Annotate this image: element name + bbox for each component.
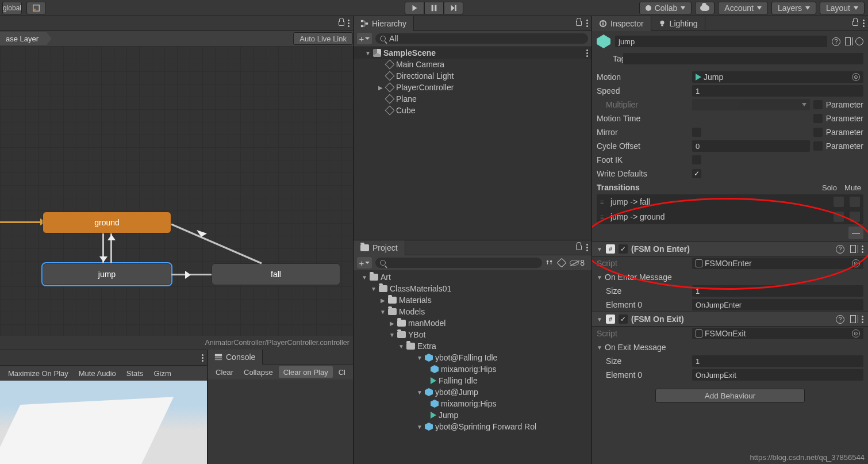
lock-icon[interactable] bbox=[576, 21, 582, 26]
speed-input[interactable]: 1 bbox=[692, 85, 863, 97]
object-picker-icon[interactable]: ⊙ bbox=[852, 329, 860, 338]
mirror-checkbox[interactable] bbox=[692, 128, 701, 137]
tab-menu-icon[interactable] bbox=[586, 244, 588, 251]
component-menu-icon[interactable] bbox=[862, 246, 863, 253]
tab-menu-icon[interactable] bbox=[202, 354, 203, 362]
fsm-on-exit-header[interactable]: ▼#(FSM On Exit) ? bbox=[592, 312, 868, 327]
create-dropdown[interactable]: + bbox=[357, 257, 372, 269]
help-icon[interactable]: ? bbox=[836, 315, 844, 324]
mute-checkbox[interactable] bbox=[850, 197, 860, 207]
step-button[interactable] bbox=[444, 2, 463, 14]
preset-icon[interactable] bbox=[845, 37, 851, 45]
type-filter-icon[interactable] bbox=[557, 258, 567, 268]
gear-icon[interactable] bbox=[855, 37, 863, 45]
preset-icon[interactable] bbox=[850, 245, 856, 253]
account-dropdown[interactable]: Account bbox=[718, 2, 768, 14]
drag-handle-icon[interactable]: ≡ bbox=[600, 213, 606, 220]
cycle-offset-param-checkbox[interactable] bbox=[813, 141, 823, 151]
script-field[interactable]: FSMOnEnter⊙ bbox=[692, 258, 863, 269]
favorite-filter-icon[interactable] bbox=[546, 259, 554, 267]
asset-row[interactable]: Jump bbox=[354, 409, 592, 421]
breadcrumb-base-layer[interactable]: ase Layer bbox=[0, 32, 47, 45]
motion-time-param-checkbox[interactable] bbox=[813, 114, 823, 123]
on-exit-message-header[interactable]: ▼On Exit Message bbox=[592, 340, 868, 354]
state-jump[interactable]: jump bbox=[43, 263, 171, 285]
create-dropdown[interactable]: + bbox=[357, 33, 372, 44]
motion-field[interactable]: Jump⊙ bbox=[692, 71, 863, 83]
hidden-count[interactable]: 8 bbox=[570, 258, 585, 267]
asset-row[interactable]: ▼ybot@Jump bbox=[354, 386, 592, 398]
state-name-input[interactable]: jump bbox=[615, 36, 827, 47]
tab-lighting[interactable]: Lighting bbox=[651, 16, 705, 31]
tab-menu-icon[interactable] bbox=[348, 20, 349, 27]
folder-row[interactable]: ▼Art bbox=[354, 271, 592, 283]
solo-checkbox[interactable] bbox=[834, 197, 844, 207]
clear-on-build-toggle[interactable]: Cl bbox=[334, 366, 350, 378]
maximize-on-play-toggle[interactable]: Maximize On Play bbox=[3, 367, 73, 379]
scene-row[interactable]: ▼SampleScene bbox=[354, 47, 592, 59]
foot-ik-checkbox[interactable] bbox=[692, 155, 701, 164]
size-input[interactable]: 1 bbox=[692, 355, 863, 367]
help-icon[interactable]: ? bbox=[836, 245, 844, 254]
asset-row[interactable]: Falling Idle bbox=[354, 375, 592, 386]
mute-checkbox[interactable] bbox=[850, 212, 860, 222]
component-enabled-checkbox[interactable] bbox=[619, 244, 628, 254]
remove-transition-button[interactable]: — bbox=[848, 227, 863, 239]
tab-menu-icon[interactable] bbox=[586, 20, 588, 27]
write-defaults-checkbox[interactable] bbox=[692, 169, 701, 178]
object-picker-icon[interactable]: ⊙ bbox=[852, 73, 860, 81]
asset-row[interactable]: ▼ybot@Sprinting Forward Rol bbox=[354, 421, 592, 432]
project-search-input[interactable] bbox=[375, 258, 542, 268]
tab-inspector[interactable]: Inspector bbox=[592, 16, 651, 31]
add-behaviour-button[interactable]: Add Behaviour bbox=[655, 389, 805, 402]
folder-row[interactable]: ▼ClassMaterials01 bbox=[354, 283, 592, 294]
folder-row[interactable]: ▶manModel bbox=[354, 317, 592, 329]
tab-menu-icon[interactable] bbox=[863, 20, 865, 27]
gizmos-toggle[interactable]: Gizm bbox=[149, 367, 175, 379]
game-view[interactable] bbox=[0, 381, 207, 464]
folder-row[interactable]: ▼YBot bbox=[354, 329, 592, 340]
layers-dropdown[interactable]: Layers bbox=[771, 2, 816, 14]
help-icon[interactable]: ? bbox=[832, 37, 840, 46]
asset-row[interactable]: mixamorig:Hips bbox=[354, 363, 592, 375]
asset-row[interactable]: ▼ybot@Falling Idle bbox=[354, 352, 592, 363]
hierarchy-item[interactable]: Cube bbox=[354, 105, 592, 116]
collapse-toggle[interactable]: Collapse bbox=[239, 366, 278, 378]
tab-project[interactable]: Project bbox=[354, 240, 405, 255]
size-input[interactable]: 1 bbox=[692, 285, 863, 297]
auto-live-link-toggle[interactable]: Auto Live Link bbox=[293, 32, 353, 45]
pause-button[interactable] bbox=[424, 2, 444, 14]
hierarchy-item[interactable]: Main Camera bbox=[354, 59, 592, 70]
folder-row[interactable]: ▼Models bbox=[354, 306, 592, 317]
lock-icon[interactable] bbox=[852, 21, 858, 26]
hierarchy-search-input[interactable]: All bbox=[375, 33, 588, 44]
object-picker-icon[interactable]: ⊙ bbox=[852, 259, 860, 267]
fsm-on-enter-header[interactable]: ▼#(FSM On Enter) ? bbox=[592, 241, 868, 256]
cloud-button[interactable] bbox=[695, 2, 715, 14]
script-field[interactable]: FSMOnExit⊙ bbox=[692, 328, 863, 339]
lock-icon[interactable] bbox=[576, 246, 582, 250]
folder-row[interactable]: ▶Materials bbox=[354, 294, 592, 306]
component-menu-icon[interactable] bbox=[862, 316, 863, 323]
tag-input[interactable] bbox=[623, 53, 863, 64]
tab-console[interactable]: Console bbox=[208, 350, 263, 365]
global-toggle[interactable]: global bbox=[2, 2, 22, 14]
asset-row[interactable]: mixamorig:Hips bbox=[354, 398, 592, 409]
mirror-param-checkbox[interactable] bbox=[813, 128, 823, 137]
drag-handle-icon[interactable]: ≡ bbox=[600, 198, 606, 205]
hierarchy-item[interactable]: Plane bbox=[354, 93, 592, 105]
transition-item[interactable]: ≡jump -> fall bbox=[597, 194, 863, 209]
solo-checkbox[interactable] bbox=[834, 212, 844, 222]
multiplier-dropdown[interactable] bbox=[692, 99, 810, 110]
stats-toggle[interactable]: Stats bbox=[122, 367, 148, 379]
on-enter-message-header[interactable]: ▼On Enter Message bbox=[592, 270, 868, 284]
transition-item[interactable]: ≡jump -> ground bbox=[597, 209, 863, 224]
scene-menu-icon[interactable] bbox=[586, 49, 588, 57]
multiplier-param-checkbox[interactable] bbox=[813, 100, 823, 109]
state-fall[interactable]: fall bbox=[212, 263, 340, 285]
play-button[interactable] bbox=[405, 2, 424, 14]
clear-button[interactable]: Clear bbox=[211, 366, 238, 378]
project-tree[interactable]: ▼Art ▼ClassMaterials01 ▶Materials ▼Model… bbox=[354, 270, 592, 464]
tab-hierarchy[interactable]: Hierarchy bbox=[354, 16, 414, 31]
state-ground[interactable]: ground bbox=[43, 212, 171, 233]
